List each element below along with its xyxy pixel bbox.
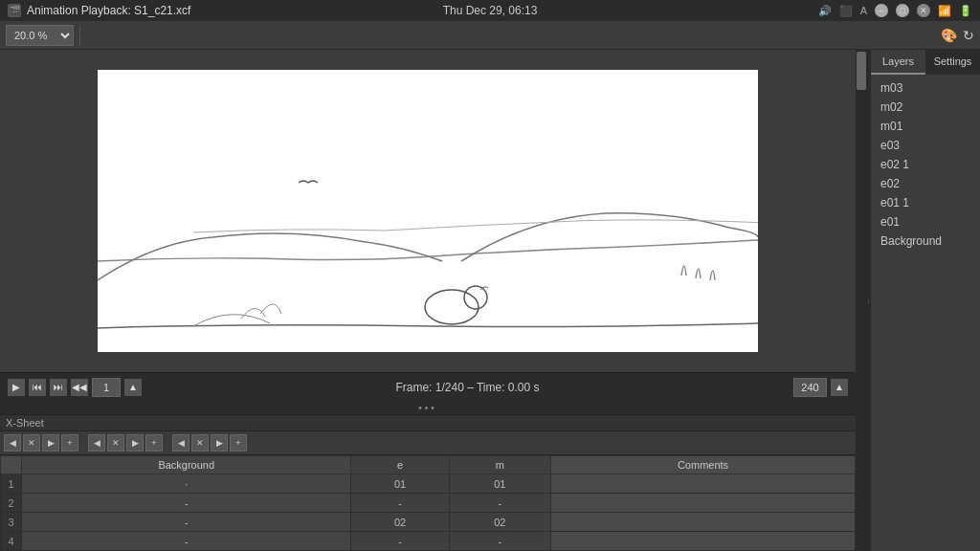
scrollbar-thumb[interactable] [857, 52, 866, 90]
refresh-icon[interactable]: ↻ [963, 28, 974, 43]
sketch-svg [98, 70, 758, 352]
play-button[interactable]: ▶ [8, 379, 25, 396]
window-title: Animation Playback: S1_c21.xcf [27, 4, 190, 17]
cell-comments[interactable] [551, 513, 856, 532]
xsheet-table: Background e m Comments 1 · 01 01 2 - - … [0, 455, 856, 551]
xs-next-m[interactable]: ▶ [211, 434, 228, 452]
network-icon: ⬛ [839, 5, 853, 17]
col-comments-header: Comments [551, 456, 856, 474]
app-icon: 🎬 [8, 4, 21, 17]
xsheet-toolbar: ◀ ✕ ▶ + ◀ ✕ ▶ + ◀ ✕ ▶ + [0, 431, 856, 455]
layer-item-e03[interactable]: e03 [871, 136, 980, 155]
frame-info: Frame: 1/240 – Time: 0.00 s [145, 381, 790, 394]
zoom-select[interactable]: 5.0 %10.0 %20.0 %50.0 %100.0 % [6, 25, 74, 46]
layer-item-m01[interactable]: m01 [871, 117, 980, 136]
xsheet-header: X-Sheet [0, 415, 856, 431]
xs-close-m[interactable]: ✕ [191, 434, 209, 452]
frame-input[interactable] [92, 378, 121, 397]
dots-bar: ••• [0, 401, 856, 414]
layer-item-m03[interactable]: m03 [871, 78, 980, 98]
cell-e[interactable]: - [351, 494, 449, 513]
xs-add-e[interactable]: + [145, 434, 163, 452]
playback-bar: ▶ ⏮ ⏭ ◀◀ ▲ Frame: 1/240 – Time: 0.00 s ▲ [0, 372, 856, 401]
cell-bg[interactable]: - [22, 513, 351, 532]
row-num: 1 [1, 474, 22, 494]
frame-step-btn[interactable]: ▲ [124, 379, 142, 396]
canvas-area: ▶ ⏮ ⏭ ◀◀ ▲ Frame: 1/240 – Time: 0.00 s ▲… [0, 50, 856, 551]
cell-m[interactable]: - [449, 532, 551, 551]
canvas-container[interactable] [0, 50, 856, 372]
col-e-header: e [351, 456, 449, 474]
xs-next-e[interactable]: ▶ [126, 434, 144, 452]
cell-m[interactable]: 01 [449, 474, 551, 494]
layer-item-Background[interactable]: Background [871, 231, 980, 251]
xs-prev-m[interactable]: ◀ [172, 434, 189, 452]
minimize-button[interactable]: – [875, 4, 888, 17]
maximize-button[interactable]: □ [896, 4, 909, 17]
xsheet-panel: X-Sheet ◀ ✕ ▶ + ◀ ✕ ▶ + ◀ ✕ ▶ + [0, 414, 856, 551]
table-row: 4 - - - [1, 532, 856, 551]
xs-next-bg[interactable]: ▶ [42, 434, 59, 452]
row-num: 2 [1, 494, 22, 513]
xs-close-bg[interactable]: ✕ [23, 434, 40, 452]
prev-button[interactable]: ◀◀ [71, 379, 88, 396]
layer-item-e01-1[interactable]: e01 1 [871, 193, 980, 212]
right-tabs: Layers Settings [871, 50, 980, 75]
cell-bg[interactable]: - [22, 494, 351, 513]
table-row: 2 - - - [1, 494, 856, 513]
layer-item-e01[interactable]: e01 [871, 212, 980, 231]
cell-comments[interactable] [551, 474, 856, 494]
xsheet-body: 1 · 01 01 2 - - - 3 - 02 02 4 - - - [1, 474, 856, 551]
xs-add-bg[interactable]: + [61, 434, 78, 452]
to-end-button[interactable]: ⏭ [50, 379, 67, 396]
cell-e[interactable]: 02 [351, 513, 449, 532]
row-num: 3 [1, 513, 22, 532]
canvas-frame [98, 70, 758, 352]
wifi-icon: 📶 [938, 5, 951, 17]
svg-rect-0 [98, 70, 758, 352]
layer-item-e02[interactable]: e02 [871, 174, 980, 193]
table-row: 3 - 02 02 [1, 513, 856, 532]
datetime-display: Thu Dec 29, 06:13 [443, 4, 538, 17]
main-area: ▶ ⏮ ⏭ ◀◀ ▲ Frame: 1/240 – Time: 0.00 s ▲… [0, 50, 980, 551]
xs-close-e[interactable]: ✕ [107, 434, 124, 452]
volume-icon: 🔊 [818, 5, 832, 17]
cell-bg[interactable]: - [22, 532, 351, 551]
toolbar-separator [79, 26, 80, 45]
frame-end-area: ▲ [793, 378, 848, 397]
cell-m[interactable]: - [449, 494, 551, 513]
title-bar: 🎬 Animation Playback: S1_c21.xcf Thu Dec… [0, 0, 980, 21]
cell-m[interactable]: 02 [449, 513, 551, 532]
frame-end-step-btn[interactable]: ▲ [831, 379, 848, 396]
to-start-button[interactable]: ⏮ [29, 379, 46, 396]
xs-add-m[interactable]: + [230, 434, 247, 452]
cell-comments[interactable] [551, 494, 856, 513]
row-num: 4 [1, 532, 22, 551]
close-button[interactable]: ✕ [917, 4, 930, 17]
col-num-header [1, 456, 22, 474]
col-m-header: m [449, 456, 551, 474]
battery-icon: 🔋 [959, 5, 972, 17]
layer-item-m02[interactable]: m02 [871, 98, 980, 117]
color-icon[interactable]: 🎨 [941, 28, 957, 43]
cell-comments[interactable] [551, 532, 856, 551]
xs-prev-e[interactable]: ◀ [88, 434, 105, 452]
frame-end-input[interactable] [793, 378, 827, 397]
dots-label: ••• [418, 403, 437, 413]
xs-prev-bg[interactable]: ◀ [4, 434, 21, 452]
cell-e[interactable]: - [351, 532, 449, 551]
title-left: 🎬 Animation Playback: S1_c21.xcf [8, 4, 190, 17]
keyboard-icon: A [860, 5, 867, 16]
tab-settings[interactable]: Settings [925, 50, 980, 75]
right-panel: Layers Settings m03m02m01e03e02 1e02e01 … [870, 50, 980, 551]
cell-e[interactable]: 01 [351, 474, 449, 494]
main-toolbar: 5.0 %10.0 %20.0 %50.0 %100.0 % 🎨 ↻ [0, 21, 980, 50]
tab-layers[interactable]: Layers [871, 50, 925, 75]
window-controls: 🔊 ⬛ A – □ ✕ 📶 🔋 [818, 4, 972, 17]
table-row: 1 · 01 01 [1, 474, 856, 494]
col-bg-header: Background [22, 456, 351, 474]
layers-list: m03m02m01e03e02 1e02e01 1e01Background [871, 75, 980, 551]
layer-item-e02-1[interactable]: e02 1 [871, 155, 980, 174]
cell-bg[interactable]: · [22, 474, 351, 494]
